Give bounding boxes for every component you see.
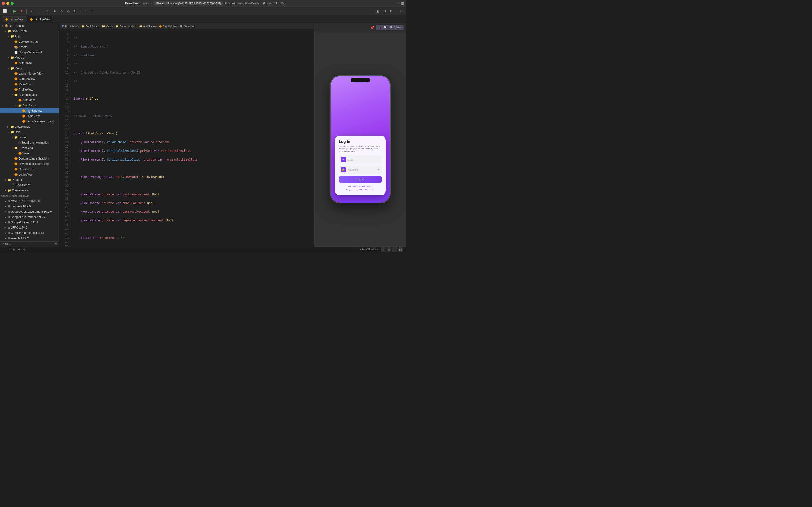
sidebar-item-googleservice[interactable]: 📄 GoogleService-Info (0, 50, 59, 55)
sidebar-label: BookBenchAnimation (21, 141, 49, 145)
sidebar-item-mainview[interactable]: 🔶 MainView (0, 81, 59, 87)
reset-link[interactable]: Reset Password (361, 189, 374, 191)
sidebar-item-models[interactable]: ▾ 📁 Models (0, 55, 59, 60)
sidebar-item-launchscreenview[interactable]: 🔶 LaunchScreenView (0, 71, 59, 76)
filter-input[interactable] (5, 243, 54, 246)
status-icon-5[interactable]: ⊘ (23, 248, 26, 251)
pin-icon[interactable]: 📌 (370, 25, 374, 30)
sidebar-item-dynamiclineargradient[interactable]: 🔶 DynamicLinearGradient (0, 156, 59, 161)
login-card-title: Log in (339, 139, 382, 144)
sidebar-item-leveldb[interactable]: ▶ ⊞ leveldb 1.22.2 (0, 236, 59, 241)
breadcrumb-bar: ⊡ BookBench › 📁 BookBench › 📁 Views › 📁 … (59, 23, 314, 30)
share-button[interactable]: ↑ (82, 8, 88, 14)
layout-split-button[interactable]: ⊟ (382, 8, 388, 14)
minimize-button[interactable] (6, 2, 9, 5)
breadcrumb-folder-icon-2: 📁 (102, 25, 105, 27)
sidebar-item-bookbenchapp[interactable]: 🔶 BookBenchApp (0, 39, 59, 44)
sidebar-item-googleappmeasurement[interactable]: ▶ ⊞ GoogleAppMeasurement 10.9.0 (0, 209, 59, 214)
swift-icon: 🔶 (14, 157, 18, 160)
bookmark-button[interactable]: ◇ (65, 8, 71, 14)
sidebar-item-gtmsessionfetcher[interactable]: ▶ ⊞ GTMSessionFetcher 3.1.1 (0, 230, 59, 236)
inspector-button[interactable]: ⊡ (398, 8, 404, 14)
sidebar-item-authmodel[interactable]: 🔶 AuthModel (0, 60, 59, 66)
stop-button[interactable]: ■ (18, 8, 24, 14)
folder-icon: 📁 (7, 189, 11, 192)
fullscreen-icon[interactable]: ⊡ (401, 1, 404, 5)
title-bar-branch: main (143, 2, 149, 5)
sidebar-item-view-ext[interactable]: 🔶 View (0, 151, 59, 156)
swift-icon: 🔶 (18, 152, 22, 155)
code-editor[interactable]: 12345 678910 1112131415 1617181920 21222… (59, 30, 314, 247)
signup-link[interactable]: Sign up (367, 185, 373, 187)
sidebar-item-abseil[interactable]: ▶ ⊞ abseil 1.2021110200.0 (0, 199, 59, 204)
sidebar-item-bookbenchanimation[interactable]: ⬡ BookBenchAnimation (0, 140, 59, 145)
sidebar-item-frameworks[interactable]: ▶ 📁 Frameworks (0, 188, 59, 193)
forward-button[interactable]: › (35, 8, 41, 14)
attach-button[interactable]: ⊕ (72, 8, 78, 14)
adjust-button[interactable]: ⊶ (89, 8, 95, 14)
breadcrumb-item-authpages[interactable]: AuthPages (143, 25, 156, 28)
sidebar-item-signupview[interactable]: 🔶 SignUpView (0, 108, 59, 113)
sidebar-toggle-button[interactable]: ⬜ (2, 8, 8, 14)
sidebar-item-views[interactable]: ▾ 📁 Views (0, 66, 59, 71)
sidebar-item-utils[interactable]: ▾ 📁 Utils (0, 129, 59, 135)
sidebar-item-authview[interactable]: 🔶 AuthView (0, 98, 59, 103)
sidebar-label: AuthModel (18, 61, 33, 65)
status-icon-1[interactable]: ⊙ (3, 248, 5, 251)
sidebar-item-profileview[interactable]: 🔶 ProfileView (0, 87, 59, 92)
sidebar-item-forgotpasswordview[interactable]: 🔶 ForgotPasswordView (0, 119, 59, 124)
zoom-in-button[interactable]: + (393, 247, 397, 252)
zoom-reset-button[interactable]: ○ (387, 247, 392, 252)
breadcrumb-item-signupview[interactable]: SignUpView (163, 25, 177, 28)
sidebar-item-grpc[interactable]: ▶ ⊞ gRPC 1.44.0 (0, 225, 59, 230)
sidebar-item-bookbench-root[interactable]: ▾ 📦 BookBench (0, 23, 59, 29)
sidebar-item-firebase[interactable]: ▶ ⊞ Firebase 10.9.0 (0, 204, 59, 209)
sidebar-item-googleutilities[interactable]: ▶ ⊞ GoogleUtilities 7.11.1 (0, 220, 59, 225)
back-button[interactable]: ‹ (29, 8, 34, 14)
layout-grid-button[interactable]: ⊞ (388, 8, 394, 14)
sidebar-item-loginview[interactable]: 🔶 LoginView (0, 113, 59, 119)
sidebar-item-app[interactable]: ▾ 📁 App (0, 34, 59, 39)
tab-loginview[interactable]: 🔶 LoginView (2, 16, 26, 22)
tab-signupview[interactable]: 🔶 SignUpView (27, 16, 53, 22)
breadcrumb-project-icon: ⊡ (62, 24, 64, 28)
sidebar-item-extensions[interactable]: ▾ 📁 Extensions (0, 145, 59, 151)
warning-button[interactable]: ⚠ (59, 8, 64, 14)
zoom-fit-button[interactable]: ⊡ (398, 247, 403, 252)
sidebar-item-authpages[interactable]: ▾ 📁 AuthPages (0, 103, 59, 108)
zoom-out-button[interactable]: − (381, 247, 386, 252)
maximize-button[interactable] (11, 2, 13, 5)
sidebar-item-contentview[interactable]: 🔶 ContentView (0, 76, 59, 81)
sidebar-item-googledatatransport[interactable]: ▶ ⊞ GoogleDataTransport 9.2.2 (0, 214, 59, 220)
breadcrumb-item-bookbench1[interactable]: BookBench (65, 25, 79, 28)
sidebar-item-bookbench-product[interactable]: 📱 BookBench (0, 182, 59, 188)
close-button[interactable] (2, 2, 5, 5)
breadcrumb-item-authentication[interactable]: Authentication (120, 25, 137, 28)
sidebar-item-assets[interactable]: 🎨 Assets (0, 44, 59, 50)
sidebar-item-revealablesecurefield[interactable]: 🔶 RevealableSecureField (0, 161, 59, 167)
breadcrumb-item-bookbench2[interactable]: BookBench (86, 25, 99, 28)
folder-icon: 📁 (14, 136, 18, 139)
sidebar-item-viewmodels[interactable]: ▶ 📁 ViewModels (0, 124, 59, 129)
login-button[interactable]: Log in (339, 176, 382, 183)
sidebar-item-gradienticon[interactable]: 🔶 GradientIcon (0, 167, 59, 172)
sidebar-item-bookbench-group[interactable]: ▾ 📁 BookBench (0, 29, 59, 34)
status-icon-2[interactable]: ⊡ (8, 248, 10, 251)
sidebar-item-authentication[interactable]: ▾ 📁 Authentication (0, 92, 59, 98)
sidebar-label: GoogleDataTransport 9.2.2 (11, 215, 46, 219)
add-tab-icon[interactable]: + (398, 1, 400, 6)
tab-loginview-label: LoginView (10, 18, 23, 21)
grid-view-button[interactable]: ⊞ (45, 8, 51, 14)
breadcrumb-item-noselection[interactable]: No Selection (180, 25, 195, 28)
breadcrumb-item-views[interactable]: Views (106, 25, 113, 28)
sidebar-item-lottieview[interactable]: 🔶 LottieView (0, 172, 59, 177)
preview-sign-up-view-button[interactable]: 📱 Sign Up View (376, 25, 404, 30)
run-button[interactable]: ▶ (12, 8, 18, 14)
layout-single-button[interactable]: ▣ (375, 8, 380, 14)
sidebar-item-products[interactable]: ▾ 📁 Products (0, 177, 59, 182)
package-icon: ⊞ (7, 231, 10, 235)
sidebar-item-lottie-group[interactable]: ▾ 📁 Lottie (0, 135, 59, 140)
status-icon-4[interactable]: ⊕ (18, 248, 20, 251)
status-icon-3[interactable]: ⊞ (13, 248, 15, 251)
breakpoint-button[interactable]: ◈ (52, 8, 58, 14)
